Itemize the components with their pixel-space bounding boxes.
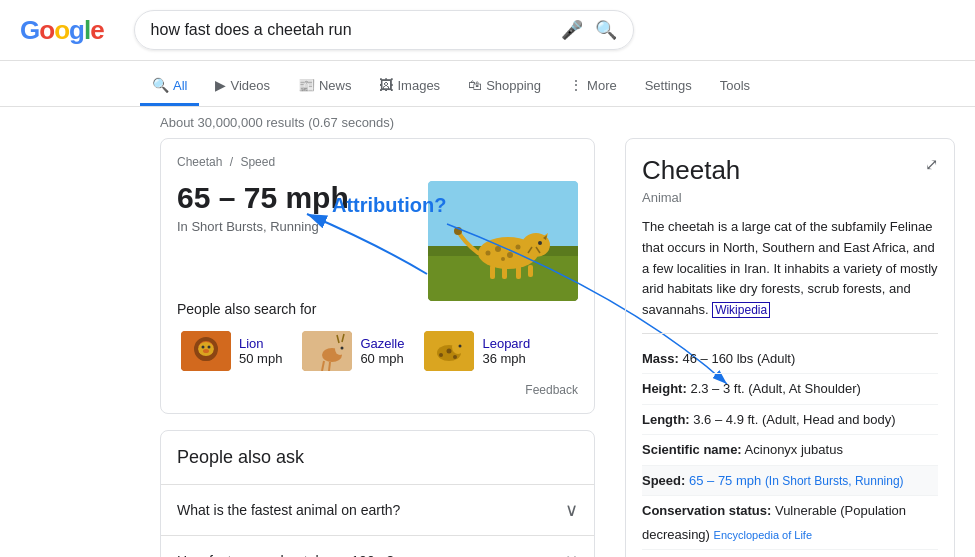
gazelle-speed: 60 mph [360, 351, 404, 366]
svg-point-41 [439, 353, 443, 357]
kp-description: The cheetah is a large cat of the subfam… [642, 217, 938, 321]
tab-tools-label: Tools [720, 78, 750, 93]
leopard-speed: 36 mph [482, 351, 530, 366]
chevron-icon-1: ∨ [565, 550, 578, 557]
kp-fact-height: Height: 2.3 – 3 ft. (Adult, At Shoulder) [642, 374, 938, 404]
kp-facts: Mass: 46 – 160 lbs (Adult) Height: 2.3 –… [642, 333, 938, 557]
more-icon: ⋮ [569, 77, 583, 93]
wikipedia-link[interactable]: Wikipedia [712, 302, 770, 318]
tab-settings-label: Settings [645, 78, 692, 93]
kp-fact-mass: Mass: 46 – 160 lbs (Adult) [642, 344, 938, 374]
kp-fact-scientific-name: Scientific name: Acinonyx jubatus [642, 435, 938, 465]
tab-shopping-label: Shopping [486, 78, 541, 93]
search-icon[interactable]: 🔍 [595, 19, 617, 41]
attribution-text: Attribution? [332, 194, 446, 217]
tab-more-label: More [587, 78, 617, 93]
breadcrumb-part2: Speed [240, 155, 275, 169]
paa-question-1: How fast can a cheetah run 100m? [177, 553, 394, 557]
videos-icon: ▶ [215, 77, 226, 93]
left-column: Cheetah / Speed [160, 138, 595, 557]
right-panel: Cheetah Animal ⤢ The cheetah is a large … [625, 138, 955, 557]
kp-fact-length: Length: 3.6 – 4.9 ft. (Adult, Head and b… [642, 405, 938, 435]
tab-all-label: All [173, 78, 187, 93]
google-logo: Google [20, 15, 104, 46]
svg-point-28 [203, 349, 209, 353]
tab-more[interactable]: ⋮ More [557, 67, 629, 106]
breadcrumb: Cheetah / Speed [177, 155, 578, 169]
kp-fact-length-value: 3.6 – 4.9 ft. (Adult, Head and body) [693, 412, 895, 427]
leopard-name: Leopard [482, 336, 530, 351]
share-icon[interactable]: ⤢ [925, 155, 938, 174]
tab-images-label: Images [397, 78, 440, 93]
svg-point-40 [447, 349, 452, 354]
svg-point-42 [453, 355, 457, 359]
attribution-container: Attribution? [177, 244, 578, 284]
kp-fact-scientific-value: Acinonyx jubatus [745, 442, 843, 457]
tab-tools[interactable]: Tools [708, 68, 762, 106]
svg-point-43 [459, 345, 462, 348]
paa-question-0: What is the fastest animal on earth? [177, 502, 400, 518]
snippet-feedback[interactable]: Feedback [177, 383, 578, 397]
svg-point-31 [335, 343, 345, 355]
kp-fact-height-value: 2.3 – 3 ft. (Adult, At Shoulder) [690, 381, 861, 396]
animal-card-lion[interactable]: Lion 50 mph [177, 327, 286, 375]
header: Google 🎤 🔍 [0, 0, 975, 61]
kp-fact-conservation: Conservation status: Vulnerable (Populat… [642, 496, 938, 550]
tab-videos[interactable]: ▶ Videos [203, 67, 282, 106]
leopard-thumbnail [424, 331, 474, 371]
encyclopedia-link[interactable]: Encyclopedia of Life [714, 529, 812, 541]
featured-snippet: Cheetah / Speed [160, 138, 595, 414]
images-icon: 🖼 [379, 77, 393, 93]
lion-speed: 50 mph [239, 351, 282, 366]
svg-point-27 [208, 346, 211, 349]
kp-subtitle: Animal [642, 190, 938, 205]
tab-images[interactable]: 🖼 Images [367, 67, 452, 106]
nav-tabs: 🔍 All ▶ Videos 📰 News 🖼 Images 🛍 Shoppin… [0, 61, 975, 107]
all-icon: 🔍 [152, 77, 169, 93]
svg-point-19 [454, 227, 462, 235]
paa-item-0[interactable]: What is the fastest animal on earth? ∨ [161, 484, 594, 535]
breadcrumb-part1: Cheetah [177, 155, 222, 169]
gazelle-thumbnail [302, 331, 352, 371]
tab-news-label: News [319, 78, 352, 93]
knowledge-panel: Cheetah Animal ⤢ The cheetah is a large … [625, 138, 955, 557]
people-also-search: People also search for [177, 301, 578, 375]
svg-point-26 [202, 346, 205, 349]
news-icon: 📰 [298, 77, 315, 93]
people-also-ask: People also ask What is the fastest anim… [160, 430, 595, 557]
tab-videos-label: Videos [230, 78, 270, 93]
svg-point-39 [452, 340, 464, 354]
gazelle-name: Gazelle [360, 336, 404, 351]
animal-card-leopard[interactable]: Leopard 36 mph [420, 327, 534, 375]
main-layout: Cheetah / Speed [0, 138, 975, 557]
kp-fact-speed-extra: (In Short Bursts, Running) [765, 474, 904, 488]
tab-all[interactable]: 🔍 All [140, 67, 199, 106]
kp-title: Cheetah [642, 155, 938, 186]
kp-fact-lifespan: Lifespan: The average life span in capti… [642, 550, 938, 557]
kp-fact-mass-value: 46 – 160 lbs (Adult) [682, 351, 795, 366]
kp-fact-speed: Speed: 65 – 75 mph (In Short Bursts, Run… [642, 466, 938, 497]
kp-fact-speed-value: 65 – 75 mph [689, 473, 761, 488]
chevron-icon-0: ∨ [565, 499, 578, 521]
lion-name: Lion [239, 336, 282, 351]
shopping-icon: 🛍 [468, 77, 482, 93]
animal-cards: Lion 50 mph [177, 327, 578, 375]
search-bar[interactable]: 🎤 🔍 [134, 10, 634, 50]
paa-item-1[interactable]: How fast can a cheetah run 100m? ∨ [161, 535, 594, 557]
microphone-icon[interactable]: 🎤 [561, 19, 583, 41]
paa-title: People also ask [161, 431, 594, 484]
tab-shopping[interactable]: 🛍 Shopping [456, 67, 553, 106]
tab-news[interactable]: 📰 News [286, 67, 364, 106]
tab-settings[interactable]: Settings [633, 68, 704, 106]
results-count: About 30,000,000 results (0.67 seconds) [0, 107, 975, 138]
animal-card-gazelle[interactable]: Gazelle 60 mph [298, 327, 408, 375]
search-input[interactable] [151, 21, 561, 39]
also-search-title: People also search for [177, 301, 578, 317]
lion-thumbnail [181, 331, 231, 371]
breadcrumb-separator: / [230, 155, 233, 169]
svg-line-36 [329, 362, 330, 371]
svg-point-34 [341, 347, 344, 350]
